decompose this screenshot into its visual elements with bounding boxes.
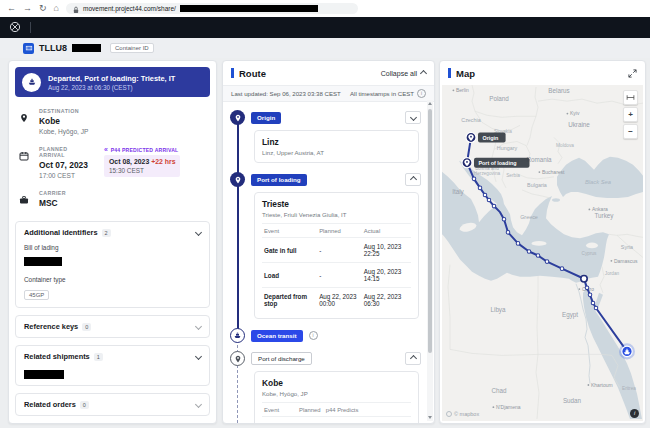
city-dot (589, 209, 591, 211)
back-icon[interactable]: ← (7, 0, 16, 17)
map-label: Moldova (556, 143, 574, 148)
collapse-origin-button[interactable] (405, 111, 421, 124)
collapse-port-of-loading-button[interactable] (405, 173, 421, 186)
section-related-shipments: Related shipments 1 (15, 345, 210, 386)
map-info-icon[interactable]: i (630, 409, 639, 418)
port-of-loading-marker-pin-icon (230, 172, 245, 187)
redacted-related-shipment-link[interactable] (24, 370, 64, 379)
table-row: Arrival at stop Oct 07, 2023 17:00 «Oct … (262, 417, 411, 425)
accent-bar (448, 68, 451, 78)
scrollbar-thumb[interactable] (428, 109, 432, 353)
route-waypoint (527, 250, 531, 254)
measure-tool-button[interactable] (623, 90, 638, 105)
chevron-down-icon[interactable] (195, 229, 202, 236)
scroll-down-icon[interactable] (428, 416, 432, 419)
collapse-all-button[interactable]: Collapse all (381, 70, 426, 77)
port-of-discharge-chip: Port of discharge (251, 352, 312, 365)
predicted-arrival-label: « P44 PREDICTED ARRIVAL (104, 146, 180, 153)
briefcase-icon (19, 190, 30, 209)
section-header-related-orders[interactable]: Related orders 0 (24, 400, 201, 409)
info-icon[interactable]: i (309, 331, 318, 340)
info-icon[interactable]: i (417, 89, 426, 98)
route-waypoint (545, 260, 549, 264)
chevron-down-icon[interactable] (195, 401, 202, 408)
collapse-port-of-discharge-button[interactable] (405, 352, 421, 365)
chevron-up-icon (409, 355, 416, 362)
browser-toolbar: ← → ↻ ⌂ movement.project44.com/share/ (0, 0, 650, 18)
home-icon[interactable]: ⌂ (54, 0, 59, 17)
port-of-loading-name: Trieste (262, 199, 411, 209)
map-panel-header: Map (440, 61, 645, 85)
scroll-up-icon[interactable] (428, 102, 432, 105)
section-title: Additional identifiers (24, 228, 98, 237)
map-label: Damascus (614, 258, 638, 264)
chevron-down-icon[interactable] (195, 323, 202, 330)
route-waypoint (483, 193, 487, 197)
zoom-in-button[interactable]: + (623, 107, 638, 122)
count-badge: 1 (94, 353, 103, 361)
route-waypoint (492, 204, 496, 208)
city-dot (539, 171, 541, 173)
origin-chip: Origin (251, 112, 281, 124)
map-tooltip-label: Origin (483, 135, 499, 141)
arrival-row: PLANNED ARRIVAL Oct 07, 2023 17:00 CEST … (19, 146, 206, 179)
marker-pin-dot (466, 161, 468, 163)
map-label: Ankara (592, 206, 608, 212)
map-title: Map (456, 68, 475, 79)
map-panel: Map BerlinPolandBelarusCzechiaSlovakiaUk… (439, 60, 646, 424)
route-waypoint (516, 242, 520, 246)
map-canvas[interactable]: BerlinPolandBelarusCzechiaSlovakiaUkrain… (442, 85, 643, 421)
timezone-note: All timestamps in CEST (350, 90, 414, 97)
ship-icon (22, 73, 41, 92)
map-label: Bulgaria (527, 182, 547, 188)
vertical-scrollbar[interactable] (427, 100, 433, 421)
section-header-reference-keys[interactable]: Reference keys 0 (24, 322, 201, 331)
stop-header-origin: Origin (230, 110, 421, 125)
city-dot (579, 288, 581, 290)
map-label: Eritrea (622, 386, 636, 391)
section-header-related-shipments[interactable]: Related shipments 1 (24, 352, 201, 361)
sea-of-marmara (552, 198, 560, 202)
zoom-out-button[interactable]: − (623, 124, 638, 139)
predicted-arrival-date: Oct 08, 2023 (109, 158, 149, 165)
section-title: Reference keys (24, 322, 78, 331)
map-label: Khartoum (591, 382, 613, 388)
city-dot (567, 113, 569, 115)
crete (532, 241, 547, 246)
predict-icon: « (104, 146, 108, 153)
destination-row: DESTINATION Kobe Kobe, Hyōgo, JP (19, 108, 206, 135)
col-planned: Planned (317, 224, 362, 238)
carrier-label: CARRIER (39, 190, 66, 196)
route-waypoint (591, 301, 595, 305)
map-label: Jordan (605, 271, 620, 276)
calendar-icon (19, 146, 30, 179)
shipment-header: TLLU8 Container ID (0, 38, 650, 58)
section-title: Related orders (24, 400, 76, 409)
address-bar[interactable]: movement.project44.com/share/ (66, 3, 358, 14)
route-meta-row: Last updated: Sep 06, 2023 03:38 CEST Al… (223, 85, 434, 102)
planned-arrival-time: 17:00 CEST (39, 172, 95, 179)
col-event: Event (262, 224, 317, 238)
port-of-discharge-card: Kobe Kobe, Hyōgo, JP Event Planned p44 P… (254, 371, 419, 424)
map-label: Czechia (461, 117, 480, 123)
route-waypoint (487, 198, 491, 202)
reload-icon[interactable]: ↻ (39, 0, 47, 17)
status-time: Aug 22, 2023 at 06:30 (CEST) (48, 84, 175, 91)
origin-name: Linz (262, 137, 411, 147)
ocean-transit-ship-icon (230, 328, 245, 343)
route-timeline: Origin Linz Linz, Upper Austria, AT Port… (223, 102, 434, 424)
origin-card: Linz Linz, Upper Austria, AT (254, 130, 419, 163)
loading-events-table: Event Planned Actual Gate in full - Aug … (262, 223, 411, 312)
redacted-shipment-id (72, 44, 101, 52)
route-panel: Route Collapse all Last updated: Sep 06,… (222, 60, 435, 424)
chevron-down-icon[interactable] (195, 353, 202, 360)
shipment-summary-panel: Departed, Port of loading: Trieste, IT A… (8, 60, 217, 424)
forward-icon[interactable]: → (23, 0, 32, 17)
cyprus (586, 243, 598, 249)
section-header-additional-identifiers[interactable]: Additional identifiers 2 (24, 228, 201, 237)
expand-map-button[interactable] (628, 64, 637, 82)
map-label: Chad (491, 387, 507, 394)
table-row: Gate in full - Aug 10, 2023 22:25 (262, 238, 411, 263)
section-related-orders: Related orders 0 (15, 393, 210, 416)
map-label: Syria (621, 244, 633, 250)
